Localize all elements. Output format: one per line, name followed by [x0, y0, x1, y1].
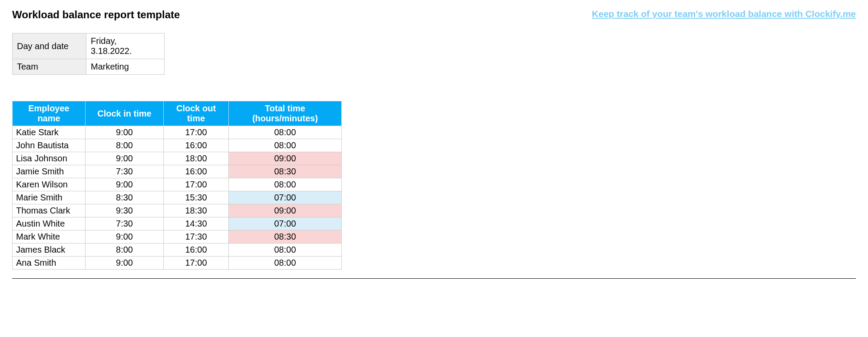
- clock-out-cell: 15:30: [164, 191, 229, 204]
- table-row: Thomas Clark9:3018:3009:00: [13, 204, 342, 217]
- meta-day-value: Friday, 3.18.2022.: [86, 33, 165, 59]
- employee-name-cell: Austin White: [13, 217, 86, 230]
- total-time-cell: 08:00: [229, 257, 342, 270]
- total-time-cell: 08:30: [229, 230, 342, 244]
- employee-name-cell: Ana Smith: [13, 257, 86, 270]
- employee-name-cell: Katie Stark: [13, 126, 86, 139]
- employee-name-cell: Marie Smith: [13, 191, 86, 204]
- clock-out-cell: 17:00: [164, 178, 229, 191]
- header-total-time: Total time (hours/minutes): [229, 101, 342, 126]
- clock-in-cell: 9:00: [86, 126, 164, 139]
- clock-in-cell: 8:30: [86, 191, 164, 204]
- total-time-cell: 08:00: [229, 244, 342, 257]
- employee-name-cell: Mark White: [13, 230, 86, 244]
- table-row: Mark White9:0017:3008:30: [13, 230, 342, 244]
- table-row: Austin White7:3014:3007:00: [13, 217, 342, 230]
- total-time-cell: 08:00: [229, 126, 342, 139]
- clock-out-cell: 14:30: [164, 217, 229, 230]
- employee-name-cell: James Black: [13, 244, 86, 257]
- total-time-cell: 07:00: [229, 191, 342, 204]
- table-row: Lisa Johnson9:0018:0009:00: [13, 152, 342, 165]
- page-title: Workload balance report template: [12, 9, 180, 21]
- header: Workload balance report template Keep tr…: [12, 9, 856, 21]
- employee-name-cell: Jamie Smith: [13, 165, 86, 178]
- clock-out-cell: 16:00: [164, 244, 229, 257]
- meta-table: Day and date Friday, 3.18.2022. Team Mar…: [12, 33, 165, 75]
- clock-out-cell: 18:30: [164, 204, 229, 217]
- clock-in-cell: 7:30: [86, 217, 164, 230]
- clock-in-cell: 8:00: [86, 244, 164, 257]
- table-row: James Black8:0016:0008:00: [13, 244, 342, 257]
- clock-in-cell: 9:30: [86, 204, 164, 217]
- table-row: Jamie Smith7:3016:0008:30: [13, 165, 342, 178]
- workload-table: Employee name Clock in time Clock out ti…: [12, 101, 342, 270]
- employee-name-cell: Lisa Johnson: [13, 152, 86, 165]
- bottom-divider: [12, 278, 856, 279]
- employee-name-cell: Karen Wilson: [13, 178, 86, 191]
- total-time-cell: 09:00: [229, 152, 342, 165]
- total-time-cell: 09:00: [229, 204, 342, 217]
- table-header-row: Employee name Clock in time Clock out ti…: [13, 101, 342, 126]
- total-time-cell: 07:00: [229, 217, 342, 230]
- meta-team-label: Team: [13, 59, 86, 75]
- table-row: Marie Smith8:3015:3007:00: [13, 191, 342, 204]
- header-clock-out: Clock out time: [164, 101, 229, 126]
- clock-out-cell: 18:00: [164, 152, 229, 165]
- meta-row-day: Day and date Friday, 3.18.2022.: [13, 33, 165, 59]
- table-row: Karen Wilson9:0017:0008:00: [13, 178, 342, 191]
- clock-out-cell: 16:00: [164, 165, 229, 178]
- clock-in-cell: 9:00: [86, 257, 164, 270]
- total-time-cell: 08:30: [229, 165, 342, 178]
- total-time-cell: 08:00: [229, 178, 342, 191]
- header-clock-in: Clock in time: [86, 101, 164, 126]
- clock-out-cell: 17:00: [164, 126, 229, 139]
- employee-name-cell: Thomas Clark: [13, 204, 86, 217]
- clock-in-cell: 8:00: [86, 139, 164, 152]
- table-row: Ana Smith9:0017:0008:00: [13, 257, 342, 270]
- table-row: Katie Stark9:0017:0008:00: [13, 126, 342, 139]
- meta-team-value: Marketing: [86, 59, 165, 75]
- table-row: John Bautista8:0016:0008:00: [13, 139, 342, 152]
- clock-in-cell: 9:00: [86, 230, 164, 244]
- meta-row-team: Team Marketing: [13, 59, 165, 75]
- meta-day-label: Day and date: [13, 33, 86, 59]
- header-employee-name: Employee name: [13, 101, 86, 126]
- promo-link[interactable]: Keep track of your team's workload balan…: [592, 9, 856, 19]
- clock-out-cell: 17:00: [164, 257, 229, 270]
- total-time-cell: 08:00: [229, 139, 342, 152]
- employee-name-cell: John Bautista: [13, 139, 86, 152]
- clock-in-cell: 9:00: [86, 152, 164, 165]
- clock-in-cell: 9:00: [86, 178, 164, 191]
- clock-in-cell: 7:30: [86, 165, 164, 178]
- clock-out-cell: 17:30: [164, 230, 229, 244]
- clock-out-cell: 16:00: [164, 139, 229, 152]
